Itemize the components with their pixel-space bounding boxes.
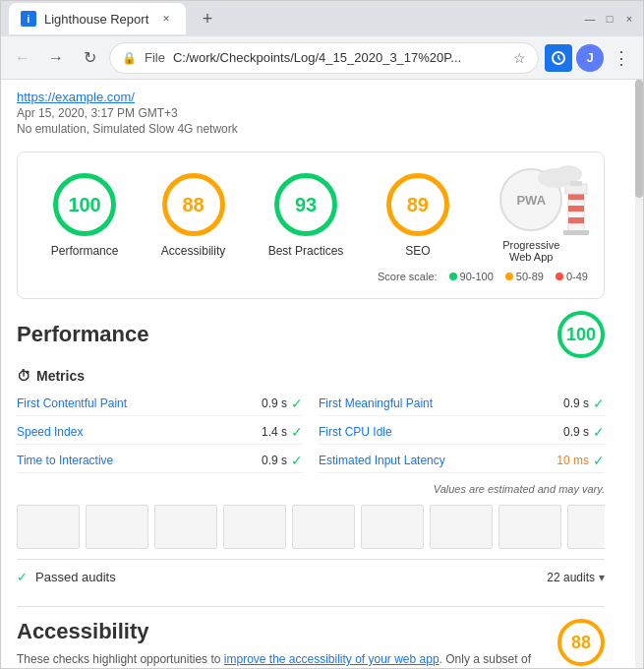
thumbnail-8 [498, 505, 561, 549]
passed-audits-right[interactable]: 22 audits ▾ [547, 571, 605, 584]
passed-audits-left: ✓ Passed audits [17, 570, 116, 584]
best-practices-label: Best Practices [268, 244, 344, 258]
accessibility-label: Accessibility [161, 244, 225, 258]
accessibility-section-score: 88 [557, 619, 605, 666]
metric-row-fmp: First Meaningful Paint 0.9 s ✓ [319, 392, 605, 416]
thumbnails [17, 505, 605, 549]
bookmark-icon[interactable]: ☆ [513, 50, 526, 66]
tab-close-button[interactable]: × [158, 11, 174, 27]
tti-value: 0.9 s ✓ [262, 453, 303, 468]
thumbnail-2 [86, 505, 148, 549]
new-tab-button[interactable]: + [194, 5, 221, 32]
accessibility-section: Accessibility These checks highlight opp… [17, 606, 605, 668]
metrics-title: ⏱ Metrics [17, 368, 605, 384]
si-name[interactable]: Speed Index [17, 425, 83, 439]
score-legend: Score scale: 90-100 50-89 0-49 [33, 271, 588, 282]
fmp-name[interactable]: First Meaningful Paint [319, 396, 433, 410]
svg-point-2 [555, 165, 582, 183]
seo-label: SEO [405, 244, 430, 258]
score-card-performance[interactable]: 100 Performance [51, 173, 119, 258]
performance-score-circle: 100 [53, 173, 116, 236]
scrollbar-track[interactable] [635, 80, 643, 668]
page-inner: https://example.com/ Apr 15, 2020, 3:17 … [1, 80, 620, 668]
fmp-value: 0.9 s ✓ [563, 395, 605, 411]
accessibility-description: These checks highlight opportunities to … [17, 650, 546, 668]
eil-check: ✓ [593, 453, 605, 468]
performance-section: Performance 100 ⏱ Metrics First Contentf… [17, 311, 605, 594]
thumbnail-6 [361, 505, 424, 549]
tab-title: Lighthouse Report [44, 12, 148, 27]
navigation-bar: ← → ↻ 🔒 File C:/work/Checkpoints/Log/4_1… [1, 36, 643, 80]
legend-orange: 50-89 [505, 271, 544, 282]
score-card-best-practices[interactable]: 93 Best Practices [268, 173, 344, 258]
score-cards: 100 Performance 88 Accessibility 93 Best… [33, 168, 588, 263]
fcp-check: ✓ [291, 395, 303, 411]
extension-icon[interactable] [545, 44, 572, 72]
score-section: 100 Performance 88 Accessibility 93 Best… [17, 152, 605, 299]
protocol-label: File [145, 50, 165, 65]
lighthouse-illustration [531, 156, 619, 245]
report-date: Apr 15, 2020, 3:17 PM GMT+3 [17, 106, 605, 120]
tti-name[interactable]: Time to Interactive [17, 454, 113, 467]
fcp-name[interactable]: First Contentful Paint [17, 396, 127, 410]
minimize-button[interactable]: — [584, 13, 596, 25]
maximize-button[interactable]: □ [604, 13, 615, 25]
nav-extras: J ⋮ [545, 44, 635, 72]
score-card-seo[interactable]: 89 SEO [386, 173, 449, 258]
svg-rect-8 [570, 181, 582, 186]
page-content: https://example.com/ Apr 15, 2020, 3:17 … [1, 80, 643, 668]
address-url: C:/work/Checkpoints/Log/4_15_2020_3_17%2… [173, 50, 505, 65]
accessibility-header: Accessibility These checks highlight opp… [17, 619, 605, 668]
thumbnail-4 [223, 505, 286, 549]
fci-name[interactable]: First CPU Idle [319, 425, 392, 439]
menu-button[interactable]: ⋮ [608, 44, 635, 72]
thumbnail-9 [567, 505, 605, 549]
fci-check: ✓ [593, 424, 605, 440]
thumbnail-7 [430, 505, 493, 549]
score-card-accessibility[interactable]: 88 Accessibility [161, 173, 225, 258]
accessibility-desc-before: These checks highlight opportunities to [17, 652, 224, 666]
si-value: 1.4 s ✓ [262, 424, 303, 440]
svg-rect-6 [568, 217, 584, 223]
metric-row-fcp: First Contentful Paint 0.9 s ✓ [17, 392, 303, 416]
address-bar[interactable]: 🔒 File C:/work/Checkpoints/Log/4_15_2020… [109, 42, 539, 74]
back-button[interactable]: ← [9, 44, 36, 72]
browser-tab[interactable]: i Lighthouse Report × [9, 3, 186, 34]
fcp-value: 0.9 s ✓ [262, 395, 303, 411]
svg-rect-5 [568, 206, 584, 212]
performance-label: Performance [51, 244, 119, 258]
performance-title: Performance [17, 322, 149, 347]
accessibility-link[interactable]: improve the accessibility of your web ap… [224, 652, 439, 666]
metrics-table: First Contentful Paint 0.9 s ✓ First Mea… [17, 392, 605, 473]
accessibility-score-container: 88 [557, 619, 605, 666]
forward-button[interactable]: → [42, 44, 70, 72]
close-button[interactable]: × [623, 13, 635, 25]
metrics-group: ⏱ Metrics First Contentful Paint 0.9 s ✓… [17, 368, 605, 473]
best-practices-score-circle: 93 [274, 173, 337, 236]
fmp-check: ✓ [593, 395, 605, 411]
svg-rect-9 [563, 230, 589, 235]
user-avatar[interactable]: J [576, 44, 604, 72]
tab-favicon: i [21, 11, 36, 27]
eil-name[interactable]: Estimated Input Latency [319, 454, 445, 467]
seo-score-circle: 89 [386, 173, 449, 236]
clock-icon: ⏱ [17, 368, 30, 384]
site-url-link[interactable]: https://example.com/ [17, 90, 135, 104]
chevron-down-icon: ▾ [599, 571, 605, 584]
metric-row-eil: Estimated Input Latency 10 ms ✓ [319, 449, 605, 473]
tti-check: ✓ [291, 453, 303, 468]
scrollbar-thumb[interactable] [635, 80, 643, 198]
accessibility-content: Accessibility These checks highlight opp… [17, 619, 546, 668]
lock-icon: 🔒 [122, 51, 137, 65]
metric-row-tti: Time to Interactive 0.9 s ✓ [17, 449, 303, 473]
legend-red: 0-49 [556, 271, 588, 282]
refresh-button[interactable]: ↻ [76, 44, 103, 72]
passed-audits-label: Passed audits [35, 570, 116, 584]
info-bar: https://example.com/ Apr 15, 2020, 3:17 … [17, 80, 605, 142]
thumbnail-3 [154, 505, 217, 549]
performance-section-score: 100 [557, 311, 605, 358]
emulation-info: No emulation, Simulated Slow 4G network [17, 122, 605, 136]
passed-check-icon: ✓ [17, 570, 28, 584]
estimated-note: Values are estimated and may vary. [17, 483, 605, 495]
accessibility-score-circle: 88 [162, 173, 225, 236]
